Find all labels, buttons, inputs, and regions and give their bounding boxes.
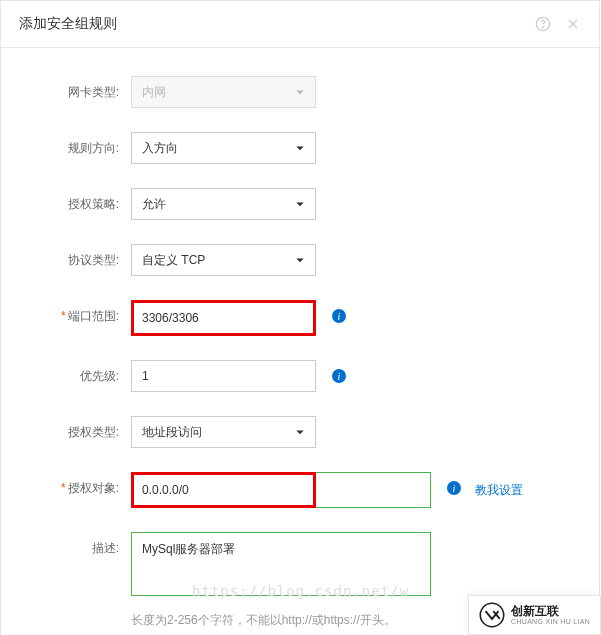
label-port-range: *端口范围: [31,300,131,325]
svg-point-1 [542,27,543,28]
select-protocol[interactable]: 自定义 TCP [131,244,316,276]
select-auth-type[interactable]: 地址段访问 [131,416,316,448]
input-auth-object[interactable] [131,472,431,508]
input-priority[interactable] [131,360,316,392]
dialog-title: 添加安全组规则 [19,15,117,33]
info-icon-auth-object[interactable]: i [447,481,461,495]
info-icon-port[interactable]: i [332,309,346,323]
dialog-body: 网卡类型: 内网 规则方向: 入方向 授权策略: 允许 [1,48,599,635]
label-direction: 规则方向: [31,132,131,157]
select-auth-policy[interactable]: 允许 [131,188,316,220]
label-nic-type: 网卡类型: [31,76,131,101]
row-port-range: *端口范围: i [31,300,569,336]
textarea-description[interactable]: MySql服务器部署 [131,532,431,596]
dialog-header: 添加安全组规则 [1,1,599,48]
logo-icon [479,602,505,628]
description-hint: 长度为2-256个字符，不能以http://或https://开头。 [131,612,396,629]
svg-point-2 [480,603,503,626]
input-port-range[interactable] [131,300,316,336]
close-icon[interactable] [565,16,581,32]
label-auth-policy: 授权策略: [31,188,131,213]
row-auth-policy: 授权策略: 允许 [31,188,569,220]
logo-text: 创新互联 CHUANG XIN HU LIAN [511,605,590,626]
row-direction: 规则方向: 入方向 [31,132,569,164]
logo-badge: 创新互联 CHUANG XIN HU LIAN [468,595,601,635]
label-auth-object: *授权对象: [31,472,131,497]
info-icon-priority[interactable]: i [332,369,346,383]
label-auth-type: 授权类型: [31,416,131,441]
help-icon[interactable] [535,16,551,32]
row-nic-type: 网卡类型: 内网 [31,76,569,108]
row-auth-type: 授权类型: 地址段访问 [31,416,569,448]
row-auth-object: *授权对象: i 教我设置 [31,472,569,508]
row-priority: 优先级: i [31,360,569,392]
label-priority: 优先级: [31,360,131,385]
row-protocol: 协议类型: 自定义 TCP [31,244,569,276]
add-security-rule-dialog: 添加安全组规则 网卡类型: 内网 规则方向: 入方向 [0,0,600,635]
header-icons [535,16,581,32]
select-direction[interactable]: 入方向 [131,132,316,164]
link-teach-me[interactable]: 教我设置 [475,482,523,499]
label-description: 描述: [31,532,131,557]
select-nic-type: 内网 [131,76,316,108]
label-protocol: 协议类型: [31,244,131,269]
